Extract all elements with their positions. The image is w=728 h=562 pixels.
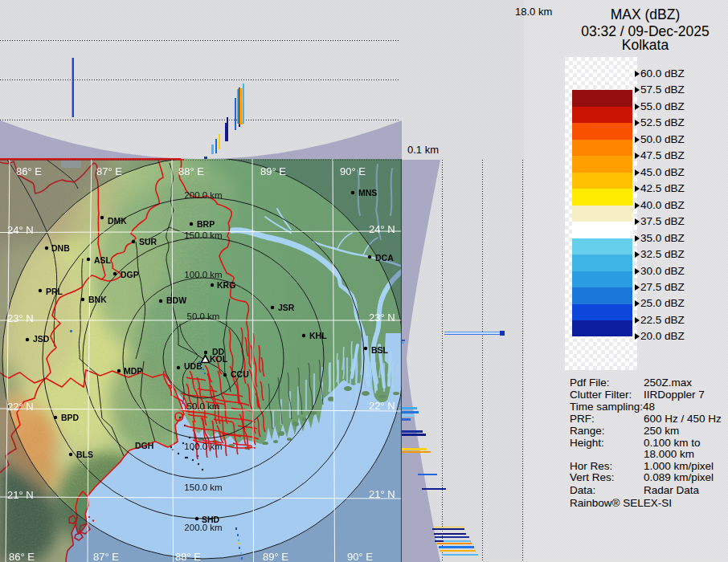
- svg-text:87° E: 87° E: [93, 551, 119, 562]
- svg-text:86° E: 86° E: [9, 551, 35, 562]
- svg-text:89° E: 89° E: [260, 165, 286, 177]
- svg-text:DGH: DGH: [135, 441, 153, 450]
- svg-text:200.0 km: 200.0 km: [184, 190, 222, 200]
- svg-text:23° N: 23° N: [369, 312, 395, 324]
- svg-text:23° N: 23° N: [7, 312, 34, 324]
- svg-text:SHD: SHD: [202, 515, 220, 524]
- svg-text:89° E: 89° E: [263, 551, 288, 562]
- svg-text:SUR: SUR: [139, 237, 157, 246]
- svg-text:MDP: MDP: [124, 366, 142, 376]
- svg-text:88° E: 88° E: [178, 165, 204, 177]
- svg-text:MNS: MNS: [358, 188, 377, 198]
- svg-text:22° N: 22° N: [369, 400, 395, 412]
- svg-text:21° N: 21° N: [7, 489, 34, 501]
- svg-text:KOL: KOL: [210, 354, 228, 364]
- svg-text:DNB: DNB: [51, 243, 70, 253]
- svg-text:100.0 km: 100.0 km: [184, 442, 222, 451]
- svg-text:150.0 km: 150.0 km: [184, 483, 222, 492]
- svg-text:JSD: JSD: [33, 334, 50, 344]
- svg-text:150.0 km: 150.0 km: [184, 230, 222, 240]
- svg-text:86° E: 86° E: [16, 165, 42, 177]
- svg-text:50.0 km: 50.0 km: [187, 312, 220, 321]
- svg-text:BDW: BDW: [166, 295, 186, 305]
- svg-text:JSR: JSR: [278, 303, 295, 312]
- svg-text:BNK: BNK: [88, 295, 107, 304]
- svg-text:21° N: 21° N: [369, 488, 395, 500]
- svg-text:BPD: BPD: [61, 413, 80, 422]
- svg-text:KHL: KHL: [309, 331, 327, 340]
- svg-text:ASL: ASL: [94, 255, 112, 265]
- svg-text:24° N: 24° N: [369, 223, 395, 235]
- svg-text:87° E: 87° E: [96, 165, 122, 177]
- svg-text:CCU: CCU: [231, 369, 249, 379]
- svg-text:90° E: 90° E: [347, 551, 373, 562]
- svg-text:BRP: BRP: [197, 219, 215, 229]
- svg-text:22° N: 22° N: [7, 401, 34, 413]
- svg-text:90° E: 90° E: [340, 165, 366, 177]
- svg-text:KRG: KRG: [217, 280, 235, 290]
- svg-text:88° E: 88° E: [175, 551, 201, 562]
- svg-text:50.0 km: 50.0 km: [187, 401, 220, 411]
- svg-text:BLS: BLS: [76, 450, 93, 459]
- svg-text:DMK: DMK: [108, 216, 127, 226]
- svg-text:100.0 km: 100.0 km: [184, 270, 222, 279]
- svg-text:24° N: 24° N: [7, 224, 34, 236]
- svg-text:DCA: DCA: [375, 253, 394, 263]
- svg-text:DGP: DGP: [121, 270, 139, 279]
- svg-text:BSL: BSL: [371, 345, 389, 355]
- svg-text:PRL: PRL: [46, 287, 63, 296]
